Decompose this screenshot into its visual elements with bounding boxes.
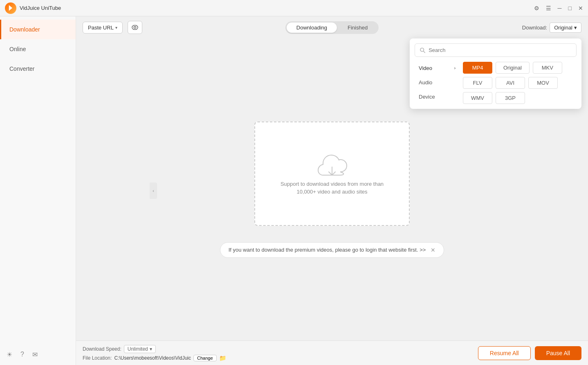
drop-zone: Support to download videos from more tha… — [254, 122, 410, 226]
collapse-sidebar-button[interactable]: ‹ — [150, 182, 157, 199]
category-list: Video › Audio Device — [415, 62, 460, 104]
menu-icon[interactable]: ☰ — [546, 5, 551, 11]
notification-banner: If you want to download the premium vide… — [220, 242, 444, 258]
close-button[interactable]: ✕ — [578, 5, 583, 11]
app-body: Downloader Online Converter ☀ ? ✉ ‹ Past… — [0, 16, 588, 365]
tab-finished[interactable]: Finished — [338, 23, 377, 33]
maximize-button[interactable]: □ — [568, 5, 572, 11]
category-audio[interactable]: Audio — [415, 76, 460, 89]
download-label: Download: — [522, 25, 547, 31]
bottom-left: Download Speed: Unlimited ▾ File Locatio… — [83, 345, 226, 361]
main-content: ‹ Paste URL ▾ Downloading Finished Downl… — [76, 16, 588, 365]
format-mkv-button[interactable]: MKV — [533, 62, 562, 74]
eye-button[interactable] — [128, 21, 142, 34]
app-logo — [5, 2, 16, 14]
help-icon[interactable]: ? — [20, 351, 24, 358]
download-chevron-icon: ▾ — [574, 25, 577, 31]
logo-play-icon — [8, 5, 13, 11]
sidebar-item-downloader[interactable]: Downloader — [0, 20, 76, 39]
format-original-button[interactable]: Original — [496, 62, 530, 74]
speed-dropdown-button[interactable]: Unlimited ▾ — [124, 345, 156, 353]
bottom-right: Resume All Pause All — [478, 346, 581, 360]
format-mp4-button[interactable]: MP4 — [463, 62, 492, 74]
change-location-button[interactable]: Change — [193, 355, 217, 361]
sidebar: Downloader Online Converter ☀ ? ✉ — [0, 16, 76, 365]
search-icon — [420, 47, 425, 53]
location-path: C:\Users\mobeesoft\Videos\VidJuic — [114, 355, 191, 361]
file-location-row: File Location: C:\Users\mobeesoft\Videos… — [83, 355, 226, 361]
sidebar-bottom: ☀ ? ✉ — [0, 344, 76, 365]
sidebar-item-converter[interactable]: Converter — [0, 59, 76, 79]
theme-icon[interactable]: ☀ — [7, 351, 12, 358]
resume-all-button[interactable]: Resume All — [478, 346, 531, 360]
paste-url-button[interactable]: Paste URL ▾ — [83, 22, 123, 34]
download-dropdown-button[interactable]: Original ▾ — [550, 23, 581, 33]
toolbar: Paste URL ▾ Downloading Finished Downloa… — [76, 16, 588, 38]
format-dropdown-panel: Video › Audio Device MP4 Original MKV FL… — [410, 38, 581, 109]
format-mov-button[interactable]: MOV — [528, 77, 558, 89]
notification-close-button[interactable]: ✕ — [431, 247, 435, 253]
format-search-box[interactable] — [415, 43, 577, 57]
message-icon[interactable]: ✉ — [32, 351, 38, 358]
titlebar: VidJuice UniTube ⚙ ☰ ─ □ ✕ — [0, 0, 588, 16]
format-search-input[interactable] — [429, 47, 571, 53]
tab-toggle: Downloading Finished — [285, 21, 379, 34]
format-grid: MP4 Original MKV FLV AVI MOV WMV 3GP — [460, 62, 577, 104]
format-body: Video › Audio Device MP4 Original MKV FL… — [415, 62, 577, 104]
speed-label: Download Speed: — [83, 346, 121, 352]
category-arrow-icon: › — [454, 66, 456, 70]
format-avi-button[interactable]: AVI — [496, 77, 525, 89]
folder-icon[interactable]: 📁 — [219, 355, 226, 361]
format-flv-button[interactable]: FLV — [463, 77, 492, 89]
window-controls: ⚙ ☰ ─ □ ✕ — [534, 0, 583, 16]
drop-zone-text: Support to download videos from more tha… — [281, 180, 384, 196]
svg-point-0 — [132, 25, 138, 30]
pause-all-button[interactable]: Pause All — [535, 346, 581, 360]
svg-line-3 — [423, 51, 425, 52]
sidebar-item-online[interactable]: Online — [0, 39, 76, 59]
category-video[interactable]: Video › — [415, 62, 460, 74]
format-wmv-button[interactable]: WMV — [463, 92, 492, 104]
download-format-selector: Download: Original ▾ — [522, 23, 581, 33]
svg-point-1 — [134, 27, 136, 29]
notification-text: If you want to download the premium vide… — [229, 247, 426, 253]
cloud-download-icon — [316, 151, 348, 180]
minimize-button[interactable]: ─ — [558, 5, 562, 11]
speed-chevron-icon: ▾ — [150, 346, 152, 352]
settings-icon[interactable]: ⚙ — [534, 5, 539, 11]
format-3gp-button[interactable]: 3GP — [496, 92, 525, 104]
location-label: File Location: — [83, 355, 112, 361]
category-device[interactable]: Device — [415, 90, 460, 103]
app-title: VidJuice UniTube — [20, 5, 61, 11]
tab-downloading[interactable]: Downloading — [287, 23, 337, 33]
bottom-bar: Download Speed: Unlimited ▾ File Locatio… — [76, 340, 588, 365]
paste-url-chevron-icon: ▾ — [115, 25, 117, 30]
